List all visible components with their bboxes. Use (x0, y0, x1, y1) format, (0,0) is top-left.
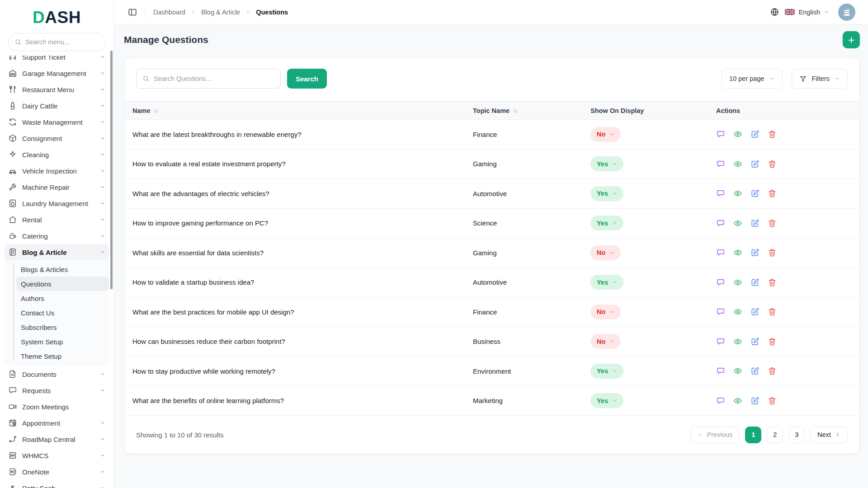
pagination-page-3[interactable]: 3 (788, 427, 805, 443)
sidebar-item-appointment[interactable]: Appointment (5, 415, 109, 431)
delete-action-button[interactable] (768, 278, 777, 287)
comment-action-button[interactable] (716, 337, 725, 346)
question-search-input[interactable] (154, 75, 274, 82)
pagination-page-2[interactable]: 2 (767, 427, 783, 443)
sidebar-item-waste-management[interactable]: Waste Management (5, 114, 109, 130)
sidebar-item-petty-cash[interactable]: $Petty Cash (5, 480, 109, 488)
edit-action-button[interactable] (750, 278, 760, 287)
delete-action-button[interactable] (768, 189, 777, 198)
delete-action-button[interactable] (768, 396, 777, 405)
user-avatar[interactable] (838, 4, 855, 21)
comment-action-button[interactable] (716, 130, 725, 139)
eye-action-button[interactable] (733, 278, 742, 287)
filters-button[interactable]: Filters (792, 69, 848, 89)
sidebar-subitem-subscribers[interactable]: Subscribers (16, 320, 109, 334)
comment-action-button[interactable] (716, 307, 725, 316)
sidebar-item-whmcs[interactable]: WHMCS (5, 447, 109, 464)
sidebar-subitem-theme-setup[interactable]: Theme Setup (16, 349, 109, 363)
eye-action-button[interactable] (733, 366, 742, 375)
globe-button[interactable] (770, 7, 779, 17)
pagination-next-button[interactable]: Next (810, 427, 848, 443)
sidebar-search-input[interactable] (25, 38, 99, 46)
per-page-select[interactable]: 10 per page (722, 69, 782, 89)
sidebar-item-onenote[interactable]: OneNote (5, 464, 109, 480)
eye-action-button[interactable] (733, 160, 742, 169)
eye-action-button[interactable] (733, 248, 742, 257)
edit-action-button[interactable] (750, 160, 760, 169)
eye-action-button[interactable] (733, 189, 742, 198)
sidebar-item-rental[interactable]: Rental (5, 211, 109, 228)
eye-action-button[interactable] (733, 337, 742, 346)
add-question-button[interactable]: + (843, 31, 860, 48)
sidebar-item-catering[interactable]: Catering (5, 228, 109, 244)
delete-action-button[interactable] (768, 307, 777, 316)
comment-action-button[interactable] (716, 219, 725, 228)
comment-action-button[interactable] (716, 396, 725, 405)
sidebar-item-machine-repair[interactable]: Machine Repair (5, 179, 109, 195)
sidebar-item-garage-management[interactable]: Garage Management (5, 65, 109, 81)
sidebar-subitem-authors[interactable]: Authors (16, 291, 109, 305)
show-on-display-select[interactable]: Yes (590, 216, 623, 230)
breadcrumb-item-blog-article[interactable]: Blog & Article (201, 9, 240, 16)
sidebar-subitem-questions[interactable]: Questions (16, 277, 109, 291)
comment-action-button[interactable] (716, 189, 725, 198)
comment-action-button[interactable] (716, 248, 725, 257)
show-on-display-select[interactable]: No (590, 245, 621, 260)
eye-action-button[interactable] (733, 130, 742, 139)
delete-action-button[interactable] (768, 160, 777, 169)
edit-action-button[interactable] (750, 396, 760, 405)
delete-action-button[interactable] (768, 219, 777, 228)
sort-icon[interactable]: ↑↓ (513, 108, 517, 114)
sidebar-item-restaurant-menu[interactable]: Restaurant Menu (5, 81, 109, 98)
delete-action-button[interactable] (768, 366, 777, 375)
sidebar-scrollbar-thumb[interactable] (110, 51, 113, 289)
edit-action-button[interactable] (750, 307, 760, 316)
show-on-display-select[interactable]: No (590, 334, 621, 349)
eye-action-button[interactable] (733, 396, 742, 405)
sidebar-subitem-contact-us[interactable]: Contact Us (16, 305, 109, 320)
delete-action-button[interactable] (768, 248, 777, 257)
sidebar-item-consignment[interactable]: Consignment (5, 130, 109, 146)
sidebar-item-vehicle-inspection[interactable]: Vehicle Inspection (5, 163, 109, 179)
sidebar-item-dairy-cattle[interactable]: Dairy Cattle (5, 98, 109, 114)
show-on-display-select[interactable]: Yes (590, 364, 623, 379)
pagination-previous-button[interactable]: Previous (690, 427, 740, 443)
sidebar-subitem-blogs-articles[interactable]: Blogs & Articles (16, 262, 109, 277)
edit-action-button[interactable] (750, 219, 760, 228)
breadcrumb-item-dashboard[interactable]: Dashboard (153, 9, 185, 16)
delete-action-button[interactable] (768, 130, 777, 139)
edit-action-button[interactable] (750, 248, 760, 257)
edit-action-button[interactable] (750, 366, 760, 375)
sidebar-item-requests[interactable]: Requests (5, 382, 109, 399)
pagination-page-1[interactable]: 1 (745, 427, 761, 443)
eye-action-button[interactable] (733, 307, 742, 316)
sidebar-subitem-system-setup[interactable]: System Setup (16, 334, 109, 349)
sidebar-item-blog-article[interactable]: Blog & Article (5, 244, 109, 260)
search-button[interactable]: Search (287, 69, 327, 89)
comment-action-button[interactable] (716, 366, 725, 375)
topbar-right: English (770, 4, 855, 21)
edit-action-button[interactable] (750, 337, 760, 346)
table-row: How to stay productive while working rem… (124, 357, 859, 386)
show-on-display-select[interactable]: Yes (590, 186, 623, 201)
comment-action-button[interactable] (716, 160, 725, 169)
comment-action-button[interactable] (716, 278, 725, 287)
sidebar-item-roadmap-central[interactable]: RoadMap Central (5, 431, 109, 447)
sidebar-item-documents[interactable]: Documents (5, 366, 109, 382)
sort-icon[interactable]: ↑↓ (154, 108, 158, 114)
language-selector[interactable]: English (785, 9, 829, 16)
show-on-display-select[interactable]: Yes (590, 393, 623, 408)
edit-action-button[interactable] (750, 189, 760, 198)
sidebar-item-support-ticket[interactable]: Support Ticket (5, 56, 109, 65)
show-on-display-select[interactable]: Yes (590, 156, 623, 171)
show-on-display-select[interactable]: Yes (590, 275, 623, 290)
show-on-display-select[interactable]: No (590, 305, 621, 319)
sidebar-item-zoom-meetings[interactable]: Zoom Meetings (5, 399, 109, 415)
show-on-display-select[interactable]: No (590, 127, 621, 142)
sidebar-toggle-button[interactable] (127, 7, 137, 17)
sidebar-item-cleaning[interactable]: Cleaning (5, 146, 109, 163)
edit-action-button[interactable] (750, 130, 760, 139)
sidebar-item-laundry-management[interactable]: Laundry Management (5, 195, 109, 211)
eye-action-button[interactable] (733, 219, 742, 228)
delete-action-button[interactable] (768, 337, 777, 346)
